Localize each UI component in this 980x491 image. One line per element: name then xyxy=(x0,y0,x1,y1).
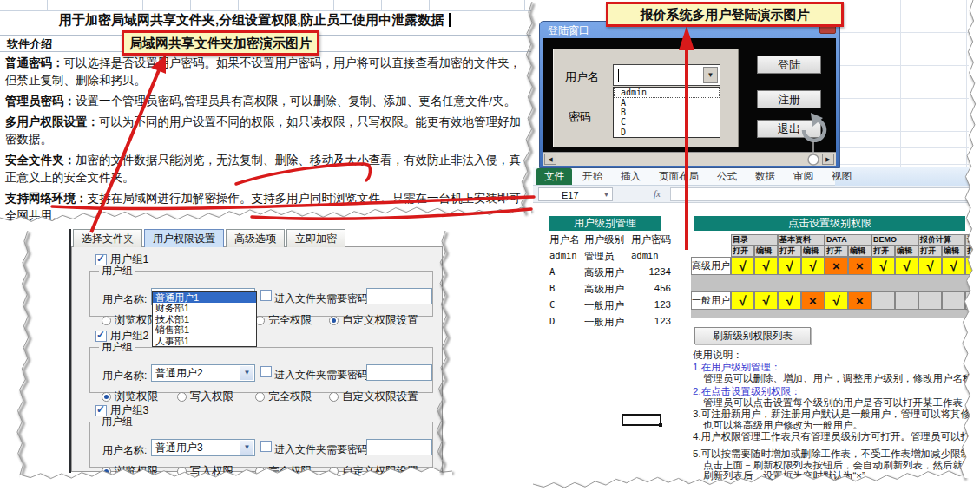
radio-browse-permission[interactable]: 浏览权限 xyxy=(102,464,158,479)
table-cell[interactable]: 高级用户 xyxy=(584,266,631,283)
ribbon-tab-view[interactable]: 视图 xyxy=(824,168,859,185)
perm-cell[interactable]: √ xyxy=(801,257,825,275)
user-name-combo-2[interactable]: 普通用户2 ▼ xyxy=(151,364,255,382)
ribbon-tab-data[interactable]: 数据 xyxy=(747,168,783,185)
radio-custom-permission[interactable]: 自定义权限设置 xyxy=(329,464,418,479)
radio-write-permission[interactable]: 写入权限 xyxy=(177,390,233,404)
checkbox-need-password-2[interactable] xyxy=(260,366,272,377)
table-cell[interactable]: B xyxy=(549,283,584,299)
table-cell[interactable]: 一般用户 xyxy=(584,316,631,332)
dropdown-option[interactable]: 财务部1 xyxy=(153,303,256,313)
username-combo[interactable]: ▼ xyxy=(613,64,720,86)
perm-cell[interactable]: √ xyxy=(895,257,918,275)
radio-icon[interactable] xyxy=(102,316,111,325)
ribbon-tab-home[interactable]: 开始 xyxy=(575,168,610,185)
perm-cell[interactable]: × xyxy=(825,257,848,275)
ribbon-tab-formulas[interactable]: 公式 xyxy=(709,168,745,185)
name-box[interactable]: E17▼ xyxy=(538,187,613,201)
table-cell[interactable]: 1234 xyxy=(631,266,671,283)
perm-cell[interactable] xyxy=(918,291,942,310)
register-button[interactable]: 注册 xyxy=(757,90,821,108)
perm-cell[interactable]: √ xyxy=(754,291,778,310)
perm-cell[interactable]: × xyxy=(848,257,871,275)
radio-icon[interactable] xyxy=(102,392,111,402)
dropdown-option[interactable]: 普通用户1 xyxy=(153,292,256,303)
radio-browse-permission[interactable]: 浏览权限 xyxy=(102,390,158,404)
chevron-down-icon[interactable]: ▼ xyxy=(240,441,253,455)
table-cell[interactable]: 管理员 xyxy=(584,250,631,266)
user-option-admin[interactable]: admin xyxy=(614,88,720,98)
dropdown-option[interactable]: 人事部1 xyxy=(153,336,256,346)
user-option[interactable]: A xyxy=(614,98,720,108)
horizontal-scrollbar[interactable] xyxy=(543,152,836,166)
radio-full-permission[interactable]: 完全权限 xyxy=(255,464,312,479)
radio-icon[interactable] xyxy=(329,467,339,476)
table-cell[interactable]: admin xyxy=(549,250,584,266)
radio-browse-permission[interactable]: 浏览权限 xyxy=(102,313,158,328)
chevron-down-icon[interactable]: ▼ xyxy=(240,366,253,380)
radio-icon[interactable] xyxy=(177,467,187,476)
password-field-3[interactable] xyxy=(366,439,432,455)
table-cell[interactable]: 高级用户 xyxy=(584,283,631,299)
password-field-1[interactable] xyxy=(366,288,432,304)
perm-cell[interactable]: √ xyxy=(942,257,965,275)
table-cell[interactable]: 一般用户 xyxy=(584,299,631,316)
table-cell[interactable]: 123 xyxy=(631,316,671,332)
perm-cell[interactable]: √ xyxy=(754,257,778,275)
table-cell[interactable]: C xyxy=(549,299,584,316)
table-cell[interactable]: admin xyxy=(631,250,671,266)
ribbon-tab-file[interactable]: 文件 xyxy=(536,168,572,185)
perm-cell[interactable]: √ xyxy=(778,291,801,310)
scroll-right-icon[interactable]: ▶ xyxy=(822,154,834,165)
ribbon-tab-insert[interactable]: 插入 xyxy=(613,168,648,185)
scroll-left-icon[interactable]: ◀ xyxy=(544,154,556,165)
chevron-down-icon[interactable]: ▼ xyxy=(603,188,609,202)
ribbon-tab-review[interactable]: 审阅 xyxy=(786,168,821,185)
tab-advanced-options[interactable]: 高级选项 xyxy=(226,229,285,247)
insert-function-icon[interactable]: fx xyxy=(654,188,661,199)
table-cell[interactable]: 123 xyxy=(631,299,671,316)
login-button[interactable]: 登陆 xyxy=(757,56,821,74)
radio-icon[interactable] xyxy=(102,467,111,476)
checkbox-need-password-3[interactable] xyxy=(260,441,272,452)
perm-cell[interactable]: √ xyxy=(871,257,895,275)
radio-icon[interactable] xyxy=(255,467,265,476)
password-field-2[interactable] xyxy=(366,364,432,381)
radio-full-permission[interactable]: 完全权限 xyxy=(255,390,312,404)
checkbox-need-password-1[interactable] xyxy=(260,290,272,301)
exit-button[interactable]: 退出 xyxy=(757,120,821,138)
chevron-down-icon[interactable]: ▼ xyxy=(703,67,718,83)
dropdown-option[interactable]: 销售部1 xyxy=(153,324,256,335)
active-cell-outline[interactable] xyxy=(622,414,661,426)
perm-cell[interactable]: √ xyxy=(778,257,801,275)
table-cell[interactable]: D xyxy=(549,316,584,332)
refresh-permission-list-button[interactable]: 刷新级别权限列表 xyxy=(694,327,811,344)
radio-icon[interactable] xyxy=(255,392,265,402)
perm-cell[interactable]: × xyxy=(801,291,825,310)
dropdown-option[interactable]: 技术部1 xyxy=(153,314,256,324)
user-option[interactable]: B xyxy=(614,108,720,117)
perm-cell[interactable]: √ xyxy=(918,257,942,275)
perm-cell[interactable]: √ xyxy=(731,257,754,275)
user-option[interactable]: C xyxy=(614,117,720,127)
perm-cell[interactable] xyxy=(942,291,965,310)
perm-cell[interactable] xyxy=(895,291,918,310)
user-option[interactable]: D xyxy=(614,128,720,137)
table-cell[interactable]: A xyxy=(549,266,584,283)
radio-write-permission[interactable]: 写入权限 xyxy=(177,464,233,479)
perm-cell[interactable]: √ xyxy=(731,291,754,310)
radio-custom-permission[interactable]: 自定义权限设置 xyxy=(329,313,418,328)
radio-icon[interactable] xyxy=(329,316,339,325)
perm-cell[interactable] xyxy=(871,291,895,310)
perm-cell[interactable] xyxy=(965,291,980,310)
formula-input[interactable] xyxy=(670,187,976,201)
radio-full-permission[interactable]: 完全权限 xyxy=(255,313,312,328)
tab-user-permissions[interactable]: 用户权限设置 xyxy=(144,229,224,247)
user-name-combo-3[interactable]: 普通用户3 ▼ xyxy=(151,439,255,456)
perm-cell[interactable]: × xyxy=(848,291,871,310)
ribbon-tab-page-layout[interactable]: 页面布局 xyxy=(651,168,707,185)
tab-encrypt-now[interactable]: 立即加密 xyxy=(286,229,345,247)
radio-icon[interactable] xyxy=(177,392,187,402)
table-cell[interactable]: 456 xyxy=(631,283,671,299)
perm-cell[interactable]: √ xyxy=(825,291,848,310)
